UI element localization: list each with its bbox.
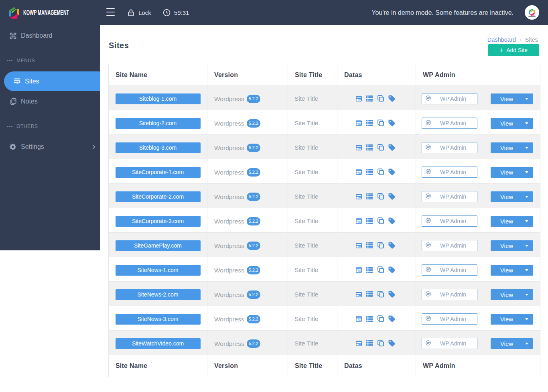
svg-text:W: W: [427, 341, 430, 345]
svg-text:W: W: [427, 121, 430, 124]
svg-text:W: W: [427, 268, 430, 271]
svg-text:W: W: [427, 243, 430, 247]
svg-text:W: W: [427, 292, 430, 296]
svg-text:W: W: [427, 317, 430, 320]
svg-text:W: W: [427, 194, 430, 198]
svg-text:W: W: [427, 145, 430, 149]
svg-text:W: W: [427, 170, 430, 173]
svg-text:W: W: [427, 219, 430, 222]
svg-text:W: W: [427, 96, 430, 100]
